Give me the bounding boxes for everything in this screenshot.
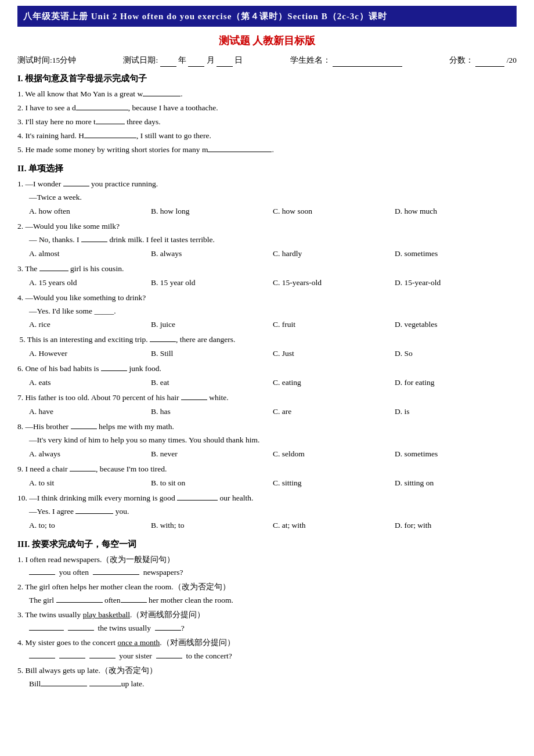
rw-q5: 5. Bill always gets up late.（改为否定句） Bill… [17, 664, 517, 691]
info-line: 测试时间:15分钟 测试日期: 年 月 日 学生姓名： 分数： /20 [17, 54, 517, 67]
student-name: 学生姓名： [290, 54, 402, 67]
s1-q1: 1. We all know that Mo Yan is a great w. [17, 88, 517, 101]
score: 分数： /20 [449, 54, 517, 67]
title-banner: 八年级英语上册 Unit 2 How often do you exercise… [17, 6, 517, 27]
mc-questions: 1. —I wonder you practice running. —Twic… [17, 178, 517, 532]
s1-q3: 3. I'll stay here no more t three days. [17, 116, 517, 129]
mc-q10: 10. —I think drinking milk every morning… [17, 492, 517, 532]
test-time: 测试时间:15分钟 [17, 54, 76, 67]
subtitle: 测试题 人教新目标版 [17, 33, 517, 49]
mc-q3: 3. The girl is his cousin. A. 15 years o… [17, 262, 517, 290]
mc-q4: 4. —Would you like something to drink? —… [17, 291, 517, 332]
mc-q5: 5. This is an interesting and exciting t… [17, 333, 517, 361]
section2-title: II. 单项选择 [17, 161, 517, 175]
rw-q2: 2. The girl often helps her mother clean… [17, 581, 517, 607]
rewrite-questions: 1. I often read newspapers.（改为一般疑问句） you… [17, 553, 517, 691]
section1-questions: 1. We all know that Mo Yan is a great w.… [17, 88, 517, 157]
section3-title: III. 按要求完成句子，每空一词 [17, 537, 517, 551]
mc-q1: 1. —I wonder you practice running. —Twic… [17, 178, 517, 218]
rw-q4: 4. My sister goes to the concert once a … [17, 636, 517, 663]
mc-q7: 7. His father is too old. About 70 perce… [17, 391, 517, 419]
rw-q3: 3. The twins usually play basketball.（对画… [17, 609, 517, 635]
rw-q1: 1. I often read newspapers.（改为一般疑问句） you… [17, 553, 517, 580]
title-text: 八年级英语上册 Unit 2 How often do you exercise… [23, 12, 387, 21]
mc-q2: 2. —Would you like some milk? — No, than… [17, 220, 517, 261]
s1-q5: 5. He made some money by writing short s… [17, 143, 517, 157]
mc-q6: 6. One of his bad habits is junk food. A… [17, 362, 517, 390]
test-date: 测试日期: 年 月 日 [123, 54, 243, 67]
mc-q9: 9. I need a chair , because I'm too tire… [17, 463, 517, 490]
s1-q4: 4. It's raining hard. H, I still want to… [17, 129, 517, 143]
mc-q8: 8. —His brother helps me with my math. —… [17, 420, 517, 461]
s1-q2: 2. I have to see a d, because I have a t… [17, 102, 517, 115]
section1-title: I. 根据句意及首字母提示完成句子 [17, 71, 517, 85]
